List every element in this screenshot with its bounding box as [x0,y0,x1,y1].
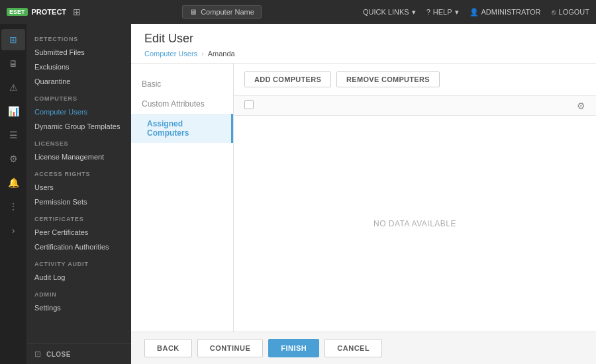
help-icon: ? [426,8,430,16]
breadcrumb-current: Amanda [208,50,235,58]
topbar-left: ESET PROTECT ⊞ [7,7,81,17]
sidebar-icon-dashboard[interactable]: ⊞ [1,29,25,50]
computer-name-label: Computer Name [201,8,254,16]
sidebar-nav: DETECTIONS Submitted Files Exclusions Qu… [26,24,131,343]
page-title: Edit User [144,32,583,46]
no-data-text: NO DATA AVAILABLE [373,219,456,228]
sidebar-bottom: ⊡ CLOSE [26,343,131,364]
sidebar-item-computer-users[interactable]: Computer Users [26,105,131,119]
step-custom-attributes[interactable]: Custom Attributes [131,94,233,114]
help-chevron-icon: ▾ [455,8,459,17]
content-footer: BACK CONTINUE FINISH CANCEL [131,332,596,364]
admin-label: ADMINISTRATOR [481,8,541,16]
sidebar-item-permission-sets[interactable]: Permission Sets [26,195,131,209]
continue-button[interactable]: CONTINUE [197,339,263,357]
checkbox-icon [244,100,254,109]
sidebar-icon-threats[interactable]: ⚠ [1,77,25,98]
app-title: PROTECT [32,8,67,16]
topbar-center: 🖥 Computer Name [182,5,262,19]
step-basic-label: Basic [142,79,161,89]
sidebar-icon-notifications[interactable]: 🔔 [1,172,25,193]
sidebar-close-button[interactable]: CLOSE [46,351,71,358]
help-label: HELP [433,8,452,16]
step-custom-attributes-label: Custom Attributes [142,99,205,109]
sidebar-item-quarantine[interactable]: Quarantine [26,74,131,89]
section-licenses: LICENSES [26,134,131,150]
section-access-rights: ACCESS RIGHTS [26,164,131,180]
quick-links-label: QUICK LINKS [363,8,409,16]
sidebar-item-users[interactable]: Users [26,180,131,195]
cancel-button[interactable]: CANCEL [324,339,382,357]
step-assigned-computers-label: Assigned Computers [147,119,221,138]
quick-links-button[interactable]: QUICK LINKS ▾ [363,8,416,17]
step-basic[interactable]: Basic [131,74,233,94]
content-body: Basic Custom Attributes Assigned Compute… [131,64,596,332]
help-button[interactable]: ? HELP ▾ [426,8,459,17]
sidebar-item-dynamic-group-templates[interactable]: Dynamic Group Templates [26,119,131,134]
topbar-right: QUICK LINKS ▾ ? HELP ▾ 👤 ADMINISTRATOR ⎋… [363,8,589,17]
finish-button[interactable]: FINISH [268,339,319,357]
sidebar-icon-more[interactable]: ⋮ [1,196,25,217]
back-button[interactable]: BACK [144,339,192,357]
sidebar-item-license-management[interactable]: License Management [26,150,131,164]
section-detections: DETECTIONS [26,29,131,45]
sidebar-icon-expand[interactable]: › [1,220,25,241]
sidebar-icons: ⊞ 🖥 ⚠ 📊 ☰ ⚙ 🔔 ⋮ › [0,24,26,364]
sidebar-icon-computers[interactable]: 🖥 [1,53,25,74]
section-certificates: CERTIFICATES [26,209,131,225]
sidebar-icon-settings[interactable]: ⚙ [1,148,25,169]
sidebar-item-submitted-files[interactable]: Submitted Files [26,45,131,60]
select-all-checkbox[interactable] [244,100,258,111]
table-settings-icon[interactable]: ⚙ [577,101,585,111]
breadcrumb-separator: › [201,50,204,58]
section-computers: COMPUTERS [26,89,131,105]
sidebar-item-settings[interactable]: Settings [26,300,131,315]
table-header: ⚙ [234,96,596,116]
main-layout: ⊞ 🖥 ⚠ 📊 ☰ ⚙ 🔔 ⋮ › DETECTIONS Submitted F… [0,24,596,364]
section-activity-audit: ACTIVITY AUDIT [26,254,131,270]
content-header: Edit User Computer Users › Amanda [131,24,596,64]
section-admin: ADMIN [26,285,131,300]
sidebar-icon-reports[interactable]: 📊 [1,101,25,122]
step-assigned-computers[interactable]: Assigned Computers [131,114,233,143]
sidebar-item-certification-authorities[interactable]: Certification Authorities [26,240,131,254]
topbar: ESET PROTECT ⊞ 🖥 Computer Name QUICK LIN… [0,0,596,24]
logout-icon: ⎋ [552,8,556,16]
sidebar-item-peer-certificates[interactable]: Peer Certificates [26,225,131,240]
table-body: NO DATA AVAILABLE [234,116,596,332]
sidebar-item-exclusions[interactable]: Exclusions [26,60,131,74]
breadcrumb-parent[interactable]: Computer Users [144,50,197,58]
quick-links-chevron-icon: ▾ [412,8,416,17]
grid-icon[interactable]: ⊞ [73,7,81,17]
content-area: Edit User Computer Users › Amanda Basic … [131,24,596,364]
add-computers-button[interactable]: ADD COMPUTERS [244,71,331,87]
eset-logo-badge: ESET [7,8,28,16]
main-panel: ADD COMPUTERS REMOVE COMPUTERS ⚙ NO DATA… [234,64,596,332]
computer-name-box[interactable]: 🖥 Computer Name [182,5,262,19]
user-icon: 👤 [470,8,479,17]
sidebar-collapse-icon: ⊡ [34,349,41,359]
logout-button[interactable]: ⎋ LOGOUT [552,8,589,16]
sidebar: DETECTIONS Submitted Files Exclusions Qu… [26,24,131,364]
sidebar-item-audit-log[interactable]: Audit Log [26,270,131,285]
panel-toolbar: ADD COMPUTERS REMOVE COMPUTERS [234,64,596,96]
logout-label: LOGOUT [559,8,589,16]
remove-computers-button[interactable]: REMOVE COMPUTERS [336,71,440,87]
breadcrumb: Computer Users › Amanda [144,50,583,63]
monitor-icon: 🖥 [189,8,197,16]
steps-panel: Basic Custom Attributes Assigned Compute… [131,64,234,332]
sidebar-icon-tasks[interactable]: ☰ [1,124,25,146]
admin-button[interactable]: 👤 ADMINISTRATOR [470,8,541,17]
eset-logo: ESET PROTECT [7,8,66,16]
